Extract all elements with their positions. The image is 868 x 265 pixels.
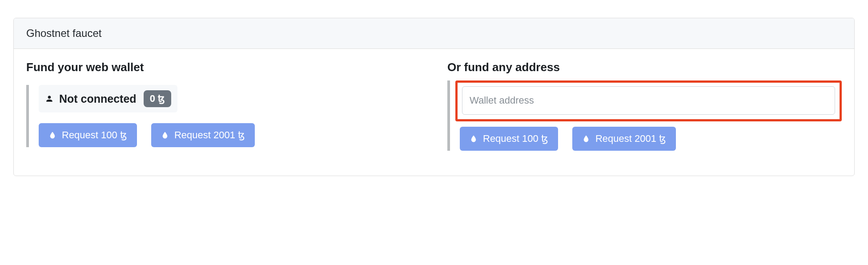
fund-address-column: Or fund any address Request 100 ꜩ <box>447 60 842 151</box>
drop-icon <box>582 134 590 144</box>
drop-icon <box>48 130 56 140</box>
fund-address-section: Request 100 ꜩ Request 2001 ꜩ <box>447 80 842 151</box>
address-button-row: Request 100 ꜩ Request 2001 ꜩ <box>460 127 842 151</box>
drop-icon <box>161 130 169 140</box>
fund-wallet-title: Fund your web wallet <box>26 60 421 74</box>
balance-badge: 0 ꜩ <box>144 90 171 107</box>
balance-value: 0 ꜩ <box>150 93 165 104</box>
wallet-button-row: Request 100 ꜩ Request 2001 ꜩ <box>39 123 421 147</box>
faucet-card: Ghostnet faucet Fund your web wallet Not… <box>13 18 855 176</box>
card-header: Ghostnet faucet <box>14 18 854 49</box>
card-body: Fund your web wallet Not connected 0 ꜩ <box>14 49 854 176</box>
wallet-status-text: Not connected <box>59 92 137 105</box>
button-label: Request 2001 ꜩ <box>595 133 666 145</box>
drop-icon <box>470 134 478 144</box>
request-2001-button[interactable]: Request 2001 ꜩ <box>151 123 255 147</box>
fund-address-title: Or fund any address <box>447 60 842 74</box>
button-label: Request 100 ꜩ <box>62 129 127 141</box>
wallet-address-input[interactable] <box>462 86 835 115</box>
person-icon <box>45 94 54 103</box>
wallet-status-row: Not connected 0 ꜩ <box>39 85 177 112</box>
request-100-address-button[interactable]: Request 100 ꜩ <box>460 127 558 151</box>
request-100-button[interactable]: Request 100 ꜩ <box>39 123 137 147</box>
request-2001-address-button[interactable]: Request 2001 ꜩ <box>572 127 676 151</box>
fund-wallet-section: Not connected 0 ꜩ Request 100 ꜩ <box>26 85 421 147</box>
input-highlight-box <box>455 80 842 121</box>
button-label: Request 100 ꜩ <box>483 133 548 145</box>
wallet-status: Not connected <box>45 92 137 105</box>
card-title: Ghostnet faucet <box>26 27 101 39</box>
fund-wallet-column: Fund your web wallet Not connected 0 ꜩ <box>26 60 421 151</box>
button-label: Request 2001 ꜩ <box>174 129 245 141</box>
